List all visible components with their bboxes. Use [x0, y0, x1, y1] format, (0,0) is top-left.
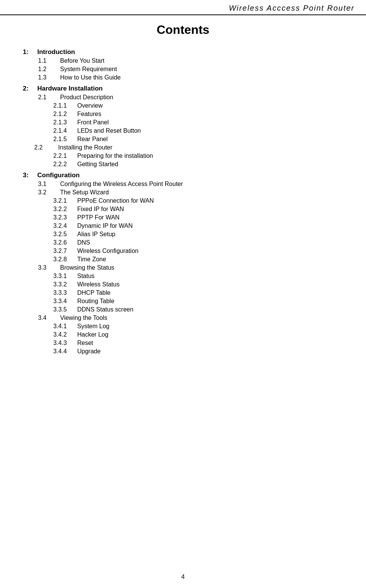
item-3-4-3: 3.4.3 Reset [23, 340, 343, 346]
item-2-2-2: 2.2.2 Getting Started [23, 161, 343, 168]
item-3-3: 3.3 Browsing the Status [23, 264, 343, 271]
item-3-2-3-label: PPTP For WAN [77, 214, 119, 221]
item-3-2-label: The Setup Wizard [60, 189, 109, 196]
item-3-3-2-number: 3.3.2 [53, 281, 74, 288]
item-3-4-3-label: Reset [77, 340, 93, 346]
item-2-1-3-number: 2.1.3 [53, 119, 74, 126]
item-3-2-6-label: DNS [77, 239, 90, 246]
item-2-1-3-label: Front Panel [77, 119, 109, 126]
page-footer: 4 [0, 574, 366, 580]
item-3-2-8-label: Time Zone [77, 256, 106, 263]
item-3-3-number: 3.3 [38, 264, 57, 271]
item-3-2: 3.2 The Setup Wizard [23, 189, 343, 196]
item-3-3-2-label: Wireless Status [77, 281, 119, 288]
item-3-2-3: 3.2.3 PPTP For WAN [23, 214, 343, 221]
item-2-1-5: 2.1.5 Rear Panel [23, 136, 343, 143]
item-2-1-1-number: 2.1.1 [53, 102, 74, 109]
item-3-3-1-label: Status [77, 273, 94, 280]
item-3-4-4-number: 3.4.4 [53, 348, 74, 355]
item-2-1: 2.1 Product Description [23, 94, 343, 101]
toc-container: 1: Introduction 1.1 Before You Start 1.2… [0, 48, 366, 355]
item-1-3-label: How to Use this Guide [60, 74, 121, 81]
item-3-4-label: Viewing the Tools [60, 315, 107, 321]
item-3-2-5-label: Alias IP Setup [77, 231, 115, 238]
section-1-number: 1: [23, 48, 34, 56]
item-2-2-1: 2.2.1 Preparing for the installation [23, 153, 343, 159]
item-3-4-number: 3.4 [38, 315, 57, 321]
item-3-1-number: 3.1 [38, 181, 57, 188]
item-3-2-6: 3.2.6 DNS [23, 239, 343, 246]
item-3-2-4: 3.2.4 Dynamic IP for WAN [23, 222, 343, 229]
item-3-4: 3.4 Viewing the Tools [23, 315, 343, 321]
section-3-header: 3: Configuration [23, 172, 343, 179]
item-3-1-label: Configuring the Wireless Access Point Ro… [60, 181, 183, 188]
item-2-2-1-label: Preparing for the installation [77, 153, 153, 159]
section-1-header: 1: Introduction [23, 48, 343, 56]
page-number: 4 [181, 574, 185, 580]
item-3-2-4-number: 3.2.4 [53, 222, 74, 229]
item-3-2-2-label: Fixed IP for WAN [77, 206, 124, 213]
header-title: Wireless Acccess Point Router [229, 4, 355, 12]
item-2-1-4: 2.1.4 LEDs and Reset Button [23, 127, 343, 134]
section-2-label: Hardware Installation [37, 85, 103, 92]
item-3-2-5: 3.2.5 Alias IP Setup [23, 231, 343, 238]
item-3-3-label: Browsing the Status [60, 264, 114, 271]
item-3-2-number: 3.2 [38, 189, 57, 196]
item-1-2-label: System Requirement [60, 66, 117, 73]
item-3-3-4-label: Routing Table [77, 298, 115, 305]
item-2-1-1: 2.1.1 Overview [23, 102, 343, 109]
item-3-3-1: 3.3.1 Status [23, 273, 343, 280]
item-3-3-1-number: 3.3.1 [53, 273, 74, 280]
item-2-1-1-label: Overview [77, 102, 103, 109]
item-1-1: 1.1 Before You Start [23, 57, 343, 64]
item-2-1-5-label: Rear Panel [77, 136, 108, 143]
section-2-header: 2: Hardware Installation [23, 85, 343, 92]
item-3-4-1-number: 3.4.1 [53, 323, 74, 330]
item-3-2-6-number: 3.2.6 [53, 239, 74, 246]
page-header: Wireless Acccess Point Router [0, 0, 366, 15]
item-3-1: 3.1 Configuring the Wireless Access Poin… [23, 181, 343, 188]
item-3-3-5: 3.3.5 DDNS Status screen [23, 306, 343, 313]
item-3-3-5-label: DDNS Status screen [77, 306, 134, 313]
item-3-2-5-number: 3.2.5 [53, 231, 74, 238]
item-2-2-label: Installing the Router [58, 144, 112, 151]
section-1-label: Introduction [37, 48, 75, 56]
item-2-1-2-number: 2.1.2 [53, 111, 74, 118]
item-3-4-2-number: 3.4.2 [53, 331, 74, 338]
item-1-2: 1.2 System Requirement [23, 66, 343, 73]
item-3-2-1: 3.2.1 PPPoE Connection for WAN [23, 197, 343, 204]
item-3-4-4: 3.4.4 Upgrade [23, 348, 343, 355]
item-2-1-4-number: 2.1.4 [53, 127, 74, 134]
item-3-2-1-number: 3.2.1 [53, 197, 74, 204]
item-2-1-label: Product Description [60, 94, 113, 101]
section-3-number: 3: [23, 172, 34, 179]
item-2-1-5-number: 2.1.5 [53, 136, 74, 143]
section-3-label: Configuration [37, 172, 80, 179]
item-3-2-2-number: 3.2.2 [53, 206, 74, 213]
item-3-3-3-number: 3.3.3 [53, 289, 74, 296]
item-1-1-label: Before You Start [60, 57, 105, 64]
item-2-2-2-label: Getting Started [77, 161, 118, 168]
item-1-2-number: 1.2 [38, 66, 57, 73]
item-3-4-1: 3.4.1 System Log [23, 323, 343, 330]
item-3-2-8: 3.2.8 Time Zone [23, 256, 343, 263]
item-2-1-2: 2.1.2 Features [23, 111, 343, 118]
item-2-2: 2.2 Installing the Router [23, 144, 343, 151]
item-3-2-1-label: PPPoE Connection for WAN [77, 197, 154, 204]
item-2-2-2-number: 2.2.2 [53, 161, 74, 168]
page-title: Contents [0, 23, 366, 37]
item-3-3-3-label: DHCP Table [77, 289, 110, 296]
item-2-1-2-label: Features [77, 111, 101, 118]
item-2-1-3: 2.1.3 Front Panel [23, 119, 343, 126]
item-3-4-4-label: Upgrade [77, 348, 100, 355]
item-3-4-1-label: System Log [77, 323, 109, 330]
item-2-2-number: 2.2 [34, 144, 55, 151]
item-3-2-2: 3.2.2 Fixed IP for WAN [23, 206, 343, 213]
item-3-2-7-label: Wireless Configuration [77, 248, 138, 254]
item-2-2-1-number: 2.2.1 [53, 153, 74, 159]
item-3-3-4-number: 3.3.4 [53, 298, 74, 305]
item-1-3-number: 1.3 [38, 74, 57, 81]
item-3-3-3: 3.3.3 DHCP Table [23, 289, 343, 296]
item-3-2-3-number: 3.2.3 [53, 214, 74, 221]
item-1-1-number: 1.1 [38, 57, 57, 64]
